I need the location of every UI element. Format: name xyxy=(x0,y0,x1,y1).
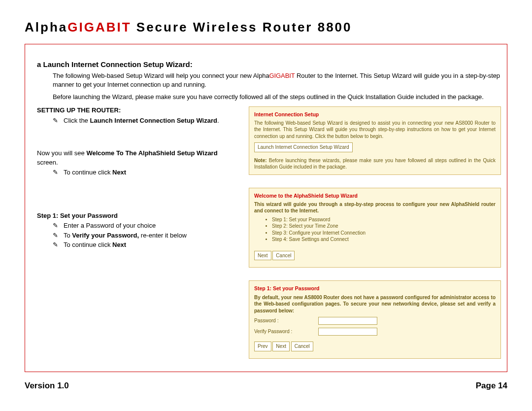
panel3-desc: By default, your new AS8000 Router does … xyxy=(254,294,496,314)
pencil-icon: ✎ xyxy=(53,240,64,250)
panel3-title: Step 1: Set your Password xyxy=(254,285,496,292)
password-input[interactable] xyxy=(318,317,377,325)
page-number: Page 14 xyxy=(476,381,507,391)
next-button[interactable]: Next xyxy=(254,251,271,261)
step1-b2: ✎ To Verify your Password, re-enter it b… xyxy=(53,231,240,240)
section-a-p2: Before launching the Wizard, please make… xyxy=(53,93,500,102)
launch-wizard-button[interactable]: Launch Internet Connection Setup Wizard xyxy=(254,142,353,152)
panel2-desc: This wizard will guide you through a ste… xyxy=(254,201,496,214)
welcome-bullet: ✎ To continue click Next xyxy=(53,168,240,177)
next-button[interactable]: Next xyxy=(272,342,290,351)
verify-password-input[interactable] xyxy=(318,328,377,336)
section-a-heading: a Launch Internet Connection Setup Wizar… xyxy=(37,60,501,68)
panel1-title: Internet Connection Setup xyxy=(254,111,496,118)
password-label: Password : xyxy=(254,317,318,324)
step1-b3: ✎ To continue click Next xyxy=(53,240,240,250)
wizard-step: Step 3: Configure your Internet Connecti… xyxy=(272,230,496,237)
page-title: AlphaGIGABIT Secure Wireless Router 8800 xyxy=(25,20,507,35)
version-label: Version 1.0 xyxy=(25,381,69,391)
setting-up-bullet: ✎ Click the Launch Internet Connection S… xyxy=(53,116,240,126)
cancel-button[interactable]: Cancel xyxy=(272,251,295,261)
setting-up-heading: SETTING UP THE ROUTER: xyxy=(37,106,240,114)
content-frame: a Launch Internet Connection Setup Wizar… xyxy=(25,44,507,372)
step1-b1: ✎ Enter a Password of your choice xyxy=(53,221,240,231)
verify-password-label: Verify Password : xyxy=(254,328,318,335)
panel-welcome-wizard: Welcome to the AlphaShield Setup Wizard … xyxy=(249,188,501,268)
welcome-lead: Now you will see Welcome To The AlphaShi… xyxy=(37,149,240,168)
prev-button[interactable]: Prev xyxy=(254,342,271,351)
pencil-icon: ✎ xyxy=(53,231,64,240)
panel-step1-password: Step 1: Set your Password By default, yo… xyxy=(249,280,501,358)
cancel-button[interactable]: Cancel xyxy=(291,342,313,351)
wizard-step: Step 2: Select your Time Zone xyxy=(272,223,496,230)
section-a-p1: The following Web-based Setup Wizard wil… xyxy=(53,71,500,89)
pencil-icon: ✎ xyxy=(53,221,64,231)
wizard-step: Step 1: Set your Password xyxy=(272,216,496,223)
pencil-icon: ✎ xyxy=(53,116,64,126)
wizard-step: Step 4: Save Settings and Connect xyxy=(272,236,496,243)
panel-internet-setup: Internet Connection Setup The following … xyxy=(249,106,501,175)
panel1-desc: The following Web-based Setup Wizard is … xyxy=(254,120,496,140)
step1-heading: Step 1: Set your Password xyxy=(37,211,240,221)
panel1-note: Note: Before launching these wizards, pl… xyxy=(254,157,496,171)
panel2-title: Welcome to the AlphaShield Setup Wizard xyxy=(254,192,496,199)
pencil-icon: ✎ xyxy=(53,168,64,177)
